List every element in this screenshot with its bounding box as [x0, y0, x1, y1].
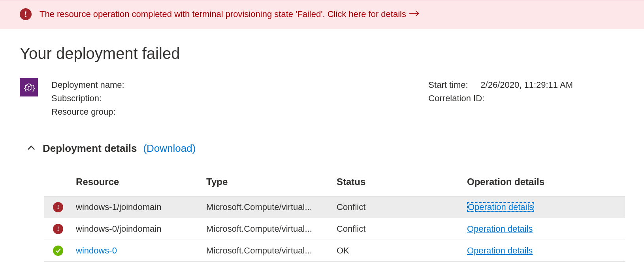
exclamation-icon: ! — [20, 8, 32, 20]
svg-text:{: { — [23, 84, 27, 92]
section-title: Deployment details — [43, 142, 137, 155]
error-alert-banner[interactable]: ! The resource operation completed with … — [0, 0, 644, 29]
operation-details-link[interactable]: Operation details — [467, 246, 533, 255]
subscription-label: Subscription: — [51, 92, 124, 105]
success-icon — [53, 246, 63, 256]
chevron-up-icon[interactable] — [27, 144, 36, 154]
start-time-value: 2/26/2020, 11:29:11 AM — [480, 78, 573, 92]
table-row[interactable]: ! windows-0/joindomain Microsoft.Compute… — [44, 218, 625, 240]
cell-status: Conflict — [337, 218, 467, 240]
cell-resource[interactable]: windows-0 — [76, 246, 117, 255]
alert-message: The resource operation completed with te… — [40, 9, 406, 19]
col-status: Status — [337, 176, 467, 197]
cell-resource: windows-0/joindomain — [76, 218, 206, 240]
cell-status: Conflict — [337, 197, 467, 218]
deployment-details-table: Resource Type Status Operation details !… — [44, 176, 625, 262]
resource-group-label: Resource group: — [51, 105, 124, 119]
template-icon: {} — [20, 78, 38, 96]
correlation-id-label: Correlation ID: — [428, 92, 484, 105]
col-icon — [44, 176, 76, 197]
cell-type: Microsoft.Compute/virtual... — [206, 240, 337, 262]
cell-resource: windows-1/joindomain — [76, 197, 206, 218]
start-time-label: Start time: — [428, 78, 480, 92]
col-type: Type — [206, 176, 337, 197]
cell-type: Microsoft.Compute/virtual... — [206, 218, 337, 240]
error-icon: ! — [53, 224, 63, 234]
cell-status: OK — [337, 240, 467, 262]
operation-details-link[interactable]: Operation details — [467, 202, 534, 212]
table-row[interactable]: ! windows-1/joindomain Microsoft.Compute… — [44, 197, 625, 218]
cell-type: Microsoft.Compute/virtual... — [206, 197, 337, 218]
download-link[interactable]: (Download) — [143, 142, 196, 155]
table-row[interactable]: windows-0 Microsoft.Compute/virtual... O… — [44, 240, 625, 262]
arrow-right-icon — [409, 10, 420, 18]
deployment-name-label: Deployment name: — [51, 78, 124, 92]
page-title: Your deployment failed — [20, 45, 644, 62]
col-resource: Resource — [76, 176, 206, 197]
col-operation: Operation details — [467, 176, 625, 197]
operation-details-link[interactable]: Operation details — [467, 224, 533, 234]
error-icon: ! — [53, 202, 63, 212]
deployment-meta: {} Deployment name: Subscription: Resour… — [20, 78, 644, 119]
main-content: Your deployment failed {} Deployment nam… — [0, 29, 644, 262]
svg-text:}: } — [32, 84, 35, 92]
